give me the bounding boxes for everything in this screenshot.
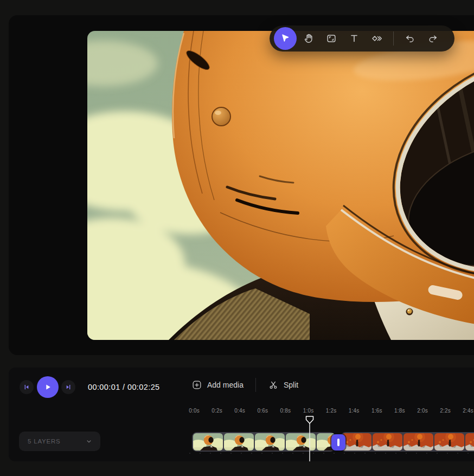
clip-thumbnail-helmet bbox=[255, 433, 285, 451]
frame-dot bbox=[313, 453, 314, 454]
transition-bar-icon bbox=[337, 439, 340, 446]
ruler-tick: 0:4s bbox=[229, 408, 251, 414]
frame-dot bbox=[437, 453, 438, 454]
toolbar-divider bbox=[393, 31, 394, 46]
clip-thumbnail-balloon bbox=[465, 433, 474, 451]
frame-icon bbox=[325, 33, 337, 44]
chevron-down-icon bbox=[85, 438, 93, 445]
clip-thumbnail-helmet bbox=[193, 433, 223, 451]
timeline-panel: 00:00:01 / 00:02:25 Add media Split 0:0s… bbox=[9, 368, 474, 461]
layers-selector[interactable]: 5 LAYERS bbox=[19, 432, 100, 451]
redo-icon bbox=[427, 33, 439, 44]
frame-dot bbox=[323, 453, 324, 454]
ruler-tick: 2:4s bbox=[457, 408, 474, 414]
frame-dot bbox=[447, 453, 448, 454]
transitions-icon bbox=[371, 33, 383, 44]
frame-dot bbox=[241, 453, 242, 454]
video-frame-art bbox=[87, 31, 474, 340]
transition-badge[interactable] bbox=[331, 434, 345, 451]
text-tool-button[interactable] bbox=[343, 28, 365, 49]
ruler-tick: 1:0s bbox=[298, 408, 319, 414]
clip-thumbnail-balloon bbox=[373, 433, 402, 451]
editor-toolbar bbox=[270, 25, 454, 52]
frame-dot bbox=[282, 453, 283, 454]
frame-dot bbox=[220, 453, 221, 454]
select-tool-button[interactable] bbox=[274, 27, 297, 50]
hand-tool-button[interactable] bbox=[298, 28, 319, 49]
frame-tool-button[interactable] bbox=[321, 28, 342, 49]
frame-dot bbox=[251, 453, 252, 454]
hand-icon bbox=[303, 33, 315, 44]
ruler-tick: 0:6s bbox=[252, 408, 273, 414]
frame-dot bbox=[426, 453, 427, 454]
frame-dot bbox=[292, 453, 293, 454]
ruler-tick: 2:2s bbox=[434, 408, 456, 414]
timeline-ruler[interactable]: 0:0s0:2s0:4s0:6s0:8s1:0s1:2s1:4s1:6s1:8s… bbox=[9, 368, 474, 420]
ruler-tick: 1:4s bbox=[343, 408, 365, 414]
frame-dot bbox=[354, 453, 355, 454]
timeline-clip-balloon[interactable] bbox=[341, 432, 474, 452]
frame-dot bbox=[210, 453, 211, 454]
frame-dot bbox=[395, 453, 396, 454]
preview-panel bbox=[9, 15, 474, 355]
frame-dot bbox=[375, 453, 376, 454]
clip-thumbnail-helmet bbox=[224, 433, 254, 451]
clip-thumbnail-balloon bbox=[434, 433, 464, 451]
frame-dot bbox=[467, 453, 469, 454]
frame-dot bbox=[385, 453, 386, 454]
ruler-tick: 1:2s bbox=[321, 408, 342, 414]
ruler-tick: 1:8s bbox=[389, 408, 411, 414]
clip-thumbnail-balloon bbox=[403, 433, 433, 451]
transitions-tool-button[interactable] bbox=[366, 28, 388, 49]
playhead[interactable] bbox=[305, 415, 314, 461]
text-icon bbox=[348, 33, 360, 44]
clip-thumbnail-balloon bbox=[342, 433, 371, 451]
frame-dot bbox=[272, 453, 273, 454]
undo-icon bbox=[404, 33, 416, 44]
frame-dot bbox=[416, 453, 417, 454]
ruler-tick: 2:0s bbox=[412, 408, 433, 414]
frame-dot bbox=[189, 453, 190, 454]
app-background: { "toolbar": { "tools": ["select", "hand… bbox=[0, 0, 474, 476]
frame-dot bbox=[230, 453, 232, 454]
cursor-icon bbox=[279, 33, 291, 44]
undo-button[interactable] bbox=[399, 28, 421, 49]
ruler-tick: 1:6s bbox=[366, 408, 388, 414]
ruler-tick: 0:2s bbox=[206, 408, 228, 414]
ruler-tick: 0:0s bbox=[183, 408, 205, 414]
frame-dot bbox=[406, 453, 407, 454]
frame-dot bbox=[334, 453, 335, 454]
frame-dot bbox=[261, 453, 262, 454]
frame-dot bbox=[200, 453, 201, 454]
layers-label: 5 LAYERS bbox=[28, 438, 61, 445]
frame-dot bbox=[457, 453, 458, 454]
frame-dot bbox=[303, 453, 304, 454]
redo-button[interactable] bbox=[422, 28, 444, 49]
video-preview-frame[interactable] bbox=[87, 31, 474, 340]
ruler-tick: 0:8s bbox=[274, 408, 296, 414]
frame-dot bbox=[344, 453, 345, 454]
frame-dot bbox=[364, 453, 366, 454]
